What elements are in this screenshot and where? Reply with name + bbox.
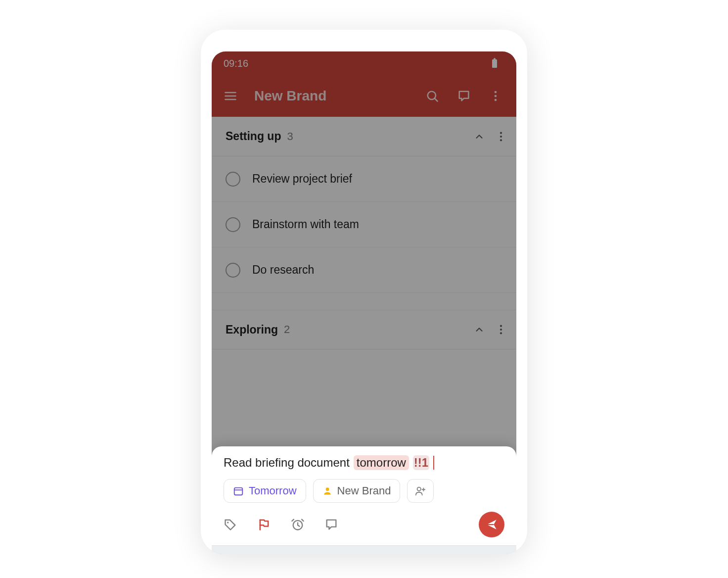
phone-inner: 09:16 New Brand — [212, 51, 516, 554]
phone-frame: 09:16 New Brand — [201, 30, 527, 554]
svg-point-22 — [227, 522, 228, 523]
task-name-input[interactable]: Read briefing document tomorrow !!1 — [212, 455, 516, 470]
parsed-date-token[interactable]: tomorrow — [354, 455, 409, 470]
alarm-icon[interactable] — [291, 518, 305, 531]
send-icon — [485, 518, 498, 531]
person-icon — [322, 486, 332, 496]
due-date-label: Tomorrow — [249, 484, 297, 497]
svg-point-18 — [325, 487, 329, 491]
project-label: New Brand — [337, 484, 391, 497]
submit-button[interactable] — [479, 512, 504, 537]
task-input-text: Read briefing document — [224, 456, 350, 470]
svg-point-19 — [417, 487, 421, 491]
assignee-chip[interactable] — [407, 479, 434, 503]
svg-rect-16 — [234, 488, 243, 495]
quick-add-actions — [212, 507, 516, 545]
svg-line-24 — [292, 520, 294, 522]
due-date-chip[interactable]: Tomorrow — [224, 479, 306, 503]
label-icon[interactable] — [224, 518, 237, 531]
text-caret — [433, 456, 434, 470]
quick-add-chips: Tomorrow New Brand — [212, 470, 516, 507]
person-add-icon — [414, 485, 426, 496]
calendar-icon — [233, 485, 244, 496]
flag-icon[interactable] — [257, 518, 271, 531]
parsed-priority-token[interactable]: !!1 — [413, 455, 429, 470]
keyboard-stub — [212, 545, 516, 554]
svg-line-25 — [302, 520, 304, 522]
project-chip[interactable]: New Brand — [313, 479, 401, 503]
quick-add-sheet: Read briefing document tomorrow !!1 Tomo… — [212, 446, 516, 554]
comment-icon[interactable] — [324, 518, 338, 531]
